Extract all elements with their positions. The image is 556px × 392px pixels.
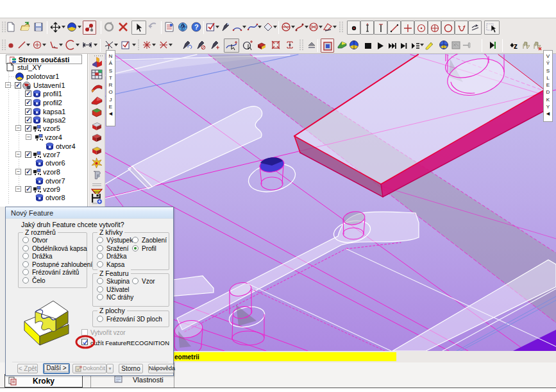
- svg-text:?: ?: [181, 24, 185, 31]
- svg-text:?: ?: [194, 23, 199, 31]
